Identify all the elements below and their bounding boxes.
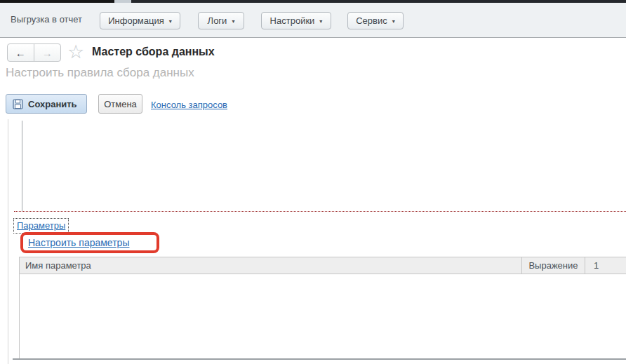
menu-button-label: Информация (108, 15, 164, 26)
menu-button-information[interactable]: Информация ▾ (100, 12, 180, 29)
menu-button-service[interactable]: Сервис ▾ (347, 12, 404, 29)
cancel-button[interactable]: Отмена (98, 94, 142, 114)
menu-button-label: Настройки (270, 15, 315, 26)
configure-parameters-link[interactable]: Настроить параметры (28, 237, 129, 248)
chevron-down-icon: ▾ (319, 18, 322, 25)
chevron-down-icon: ▾ (169, 18, 172, 25)
section-dotted-separator (14, 211, 626, 212)
column-header-1[interactable]: 1 (585, 257, 626, 274)
menu-button-label: Сервис (356, 15, 387, 26)
column-header-parameter-name[interactable]: Имя параметра (20, 257, 522, 274)
query-text-area[interactable] (22, 121, 626, 211)
menu-button-settings[interactable]: Настройки ▾ (261, 12, 331, 29)
cancel-button-label: Отмена (104, 99, 137, 109)
save-button-label: Сохранить (28, 99, 77, 109)
parameters-link[interactable]: Параметры (17, 220, 65, 231)
menu-button-logs[interactable]: Логи ▾ (198, 12, 244, 29)
chevron-down-icon: ▾ (392, 18, 395, 25)
table-bottom-border (13, 358, 626, 360)
back-button[interactable]: ← (8, 44, 34, 61)
history-nav-group: ← → (7, 43, 61, 62)
page-title: Мастер сбора данных (92, 46, 215, 58)
report-export-label: Выгрузка в отчет (11, 14, 82, 25)
main-toolbar: Выгрузка в отчет Информация ▾ Логи ▾ Нас… (0, 3, 626, 38)
favorite-star-icon[interactable]: ☆ (67, 41, 84, 63)
menu-button-label: Логи (208, 15, 227, 26)
parameters-table-body[interactable] (19, 274, 626, 358)
save-button[interactable]: Сохранить (6, 94, 87, 114)
parameters-table-header: Имя параметра Выражение 1 (19, 257, 626, 274)
chevron-down-icon: ▾ (232, 18, 234, 25)
back-arrow-icon: ← (15, 47, 26, 59)
query-console-link[interactable]: Консоль запросов (151, 100, 227, 110)
page-subtitle: Настроить правила сбора данных (6, 66, 194, 80)
forward-arrow-icon: → (42, 47, 53, 59)
parameters-table: Имя параметра Выражение 1 (19, 257, 626, 358)
column-header-expression[interactable]: Выражение (522, 257, 585, 274)
data-collection-wizard-window: { "window": { "toolbar": { "report_label… (0, 0, 626, 364)
form-left-border (8, 119, 8, 364)
parameters-link-focus-box: Параметры (13, 218, 69, 234)
save-icon (13, 99, 23, 109)
forward-button[interactable]: → (34, 44, 61, 61)
